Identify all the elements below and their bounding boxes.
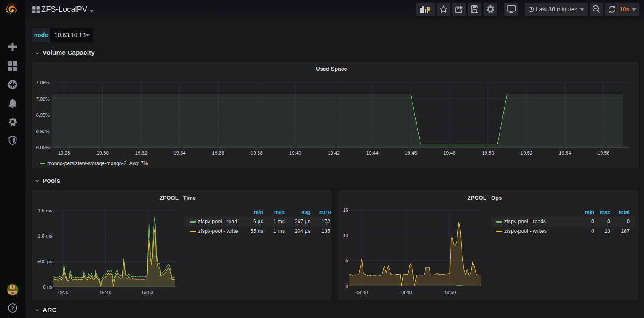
svg-text:0: 0 [346,284,348,289]
svg-text:19:28: 19:28 [58,150,70,155]
svg-text:19:38: 19:38 [251,150,263,155]
svg-text:10: 10 [343,233,348,238]
svg-text:?: ? [11,305,14,311]
svg-text:19:36: 19:36 [212,150,224,155]
svg-text:19:44: 19:44 [366,150,379,155]
svg-text:19:50: 19:50 [444,290,456,295]
svg-text:19:54: 19:54 [559,150,571,155]
svg-text:19:30: 19:30 [96,150,109,155]
svg-text:1.5 ms: 1.5 ms [37,208,52,213]
svg-text:1.0 ms: 1.0 ms [37,233,52,238]
svg-text:7.05%: 7.05% [36,80,50,85]
svg-text:19:52: 19:52 [521,150,533,155]
svg-text:19:40: 19:40 [400,290,412,295]
svg-text:19:40: 19:40 [289,150,302,155]
svg-text:19:46: 19:46 [405,150,417,155]
svg-text:19:30: 19:30 [57,290,69,295]
svg-text:19:30: 19:30 [356,290,368,295]
svg-text:19:40: 19:40 [99,290,112,295]
svg-text:6.95%: 6.95% [36,112,50,118]
svg-text:19:56: 19:56 [598,150,610,155]
svg-text:19:34: 19:34 [174,150,186,155]
svg-text:6.85%: 6.85% [36,145,50,150]
svg-text:5: 5 [346,258,348,263]
svg-text:19:48: 19:48 [444,150,456,155]
svg-text:19:50: 19:50 [482,150,494,155]
svg-text:15: 15 [343,208,348,213]
svg-text:19:42: 19:42 [328,150,340,155]
svg-text:6.90%: 6.90% [36,129,50,134]
svg-text:7.00%: 7.00% [36,96,50,102]
svg-text:0 ns: 0 ns [43,284,52,289]
svg-text:19:32: 19:32 [135,150,147,155]
svg-text:19:50: 19:50 [141,290,153,295]
svg-text:500 µs: 500 µs [37,259,52,264]
